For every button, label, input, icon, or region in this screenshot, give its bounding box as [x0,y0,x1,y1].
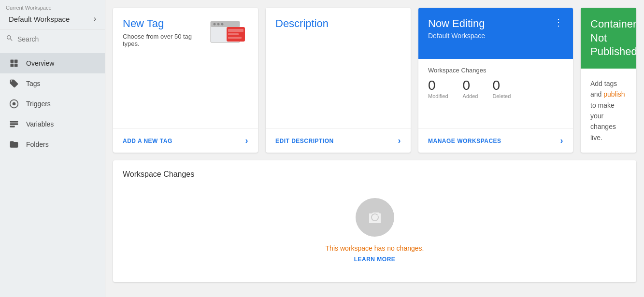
added-label: Added [463,93,478,99]
nav-menu: Overview Tags Triggers Variables [0,49,105,158]
workspace-changes-section: Workspace Changes 0 Modified 0 Added 0 D… [418,59,573,101]
svg-rect-7 [10,123,18,125]
svg-rect-1 [14,60,18,63]
sidebar-item-variables-label: Variables [26,120,54,128]
published-body-text2: to make your changes live. [590,101,616,141]
edit-description-button[interactable]: EDIT DESCRIPTION › [266,128,411,153]
more-options-button[interactable]: ⋮ [554,17,563,27]
edit-description-label: EDIT DESCRIPTION [275,138,334,144]
deleted-label: Deleted [492,93,511,99]
chevron-right-icon: › [398,136,401,146]
workspace-empty-state: This workspace has no changes. LEARN MOR… [123,188,627,272]
desc-card-top: Description [266,8,411,59]
svg-rect-17 [228,37,242,39]
svg-point-5 [13,102,16,106]
sidebar-item-overview-label: Overview [26,59,54,67]
sidebar-item-triggers[interactable]: Triggers [0,94,105,114]
editing-card: Now Editing Default Workspace ⋮ Workspac… [418,8,573,153]
workspace-changes-bottom-title: Workspace Changes [123,170,194,179]
add-new-tag-label: ADD A NEW TAG [123,138,172,144]
chevron-right-icon: › [560,136,564,146]
workspace-counts: 0 Modified 0 Added 0 Deleted [428,79,563,99]
sidebar-item-overview[interactable]: Overview [0,53,105,73]
sidebar-item-tags-label: Tags [26,80,41,87]
svg-rect-15 [228,29,243,32]
new-tag-icon [210,17,248,46]
svg-point-12 [217,23,220,26]
sidebar-item-folders[interactable]: Folders [0,134,105,155]
manage-workspaces-label: MANAGE WORKSPACES [428,138,501,144]
editing-card-header: Now Editing Default Workspace ⋮ [418,8,573,59]
new-tag-card: New Tag Choose from over 50 tag types. [113,8,258,153]
workspace-changes-label: Workspace Changes [428,67,563,74]
sidebar-item-variables[interactable]: Variables [0,114,105,134]
publish-link[interactable]: publish [603,90,625,98]
editing-header-text: Now Editing Default Workspace [428,17,485,40]
overview-icon [9,58,19,69]
new-tag-top: New Tag Choose from over 50 tag types. [113,8,258,52]
published-body: Add tags and publish to make your change… [581,69,636,153]
svg-point-11 [214,23,216,26]
workspace-header: Current Workspace Default Workspace › [0,0,105,29]
modified-count: 0 [428,79,448,92]
sidebar-item-tags[interactable]: Tags [0,73,105,94]
description-title: Description [275,17,401,30]
deleted-count: 0 [492,79,511,92]
svg-rect-3 [14,64,18,67]
description-card: Description EDIT DESCRIPTION › [266,8,411,153]
workspace-changes-bottom-card: Workspace Changes This workspace has no … [113,160,636,282]
svg-rect-18 [374,216,376,217]
search-icon [6,34,14,44]
learn-more-link[interactable]: LEARN MORE [354,256,396,263]
published-title: Container Not Published [590,17,636,59]
deleted-count-item: 0 Deleted [492,79,511,99]
main-content: New Tag Choose from over 50 tag types. [105,0,644,297]
svg-rect-6 [10,121,18,122]
editing-subtitle: Default Workspace [428,32,485,40]
sidebar-item-folders-label: Folders [26,141,49,148]
svg-point-13 [221,23,224,26]
added-count: 0 [463,79,478,92]
top-cards-row: New Tag Choose from over 50 tag types. [113,8,636,153]
add-new-tag-button[interactable]: ADD A NEW TAG › [113,128,258,153]
folders-icon [9,139,19,150]
new-tag-subtitle: Choose from over 50 tag types. [123,33,210,47]
triggers-icon [9,99,19,109]
new-tag-text: New Tag Choose from over 50 tag types. [123,17,210,47]
svg-rect-2 [11,64,14,67]
variables-icon [9,119,19,129]
empty-state-icon [356,198,394,237]
published-card-header: Container Not Published [581,8,636,69]
modified-label: Modified [428,93,448,99]
svg-rect-20 [372,221,378,222]
published-card: Container Not Published Add tags and pub… [581,8,636,153]
editing-title: Now Editing [428,17,485,30]
chevron-right-icon: › [245,136,249,146]
svg-rect-16 [228,33,239,35]
editing-header-top: Now Editing Default Workspace ⋮ [428,17,563,40]
empty-state-text: This workspace has no changes. [326,244,424,252]
modified-count-item: 0 Modified [428,79,448,99]
sidebar-item-triggers-label: Triggers [26,100,51,108]
search-input[interactable] [17,35,99,43]
workspace-selector[interactable]: Default Workspace › [6,13,99,25]
new-tag-title: New Tag [123,17,210,30]
workspace-label: Current Workspace [6,5,99,11]
added-count-item: 0 Added [463,79,478,99]
manage-workspaces-button[interactable]: MANAGE WORKSPACES › [418,128,573,153]
svg-rect-0 [11,60,14,63]
svg-rect-8 [10,126,15,127]
chevron-right-icon: › [94,14,96,23]
tags-icon [9,78,19,89]
workspace-name: Default Workspace [9,15,70,23]
search-bar [0,29,105,49]
sidebar: Current Workspace Default Workspace › Ov… [0,0,105,297]
